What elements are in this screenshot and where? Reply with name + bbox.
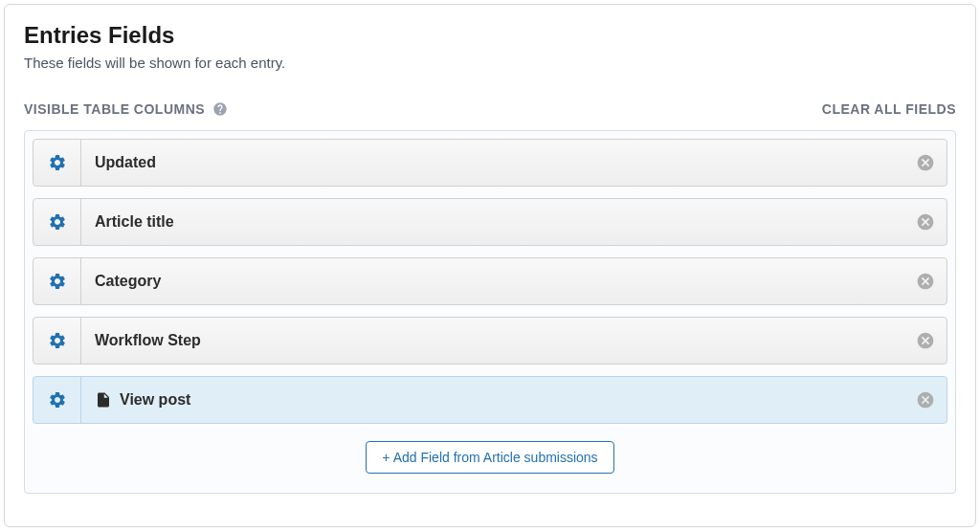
- field-row[interactable]: Article title: [33, 198, 947, 246]
- field-row[interactable]: Workflow Step: [33, 317, 947, 365]
- remove-field-button[interactable]: [904, 258, 947, 304]
- field-row[interactable]: View post: [33, 376, 947, 424]
- gear-icon: [48, 153, 67, 172]
- document-icon: [95, 391, 112, 409]
- close-icon: [916, 331, 935, 350]
- page-title: Entries Fields: [24, 22, 956, 49]
- field-label-cell: Article title: [81, 213, 904, 231]
- clear-all-button[interactable]: CLEAR ALL FIELDS: [822, 101, 956, 117]
- gear-icon: [48, 212, 67, 232]
- remove-field-button[interactable]: [904, 377, 947, 423]
- field-label-cell: Category: [81, 273, 904, 290]
- field-label: Article title: [95, 213, 174, 231]
- columns-header: VISIBLE TABLE COLUMNS CLEAR ALL FIELDS: [24, 101, 956, 117]
- add-field-button[interactable]: + Add Field from Article submissions: [366, 441, 613, 474]
- field-label: Updated: [95, 154, 156, 171]
- remove-field-button[interactable]: [904, 140, 947, 186]
- gear-icon: [48, 390, 67, 409]
- field-settings-button[interactable]: [33, 258, 81, 304]
- gear-icon: [48, 272, 67, 291]
- field-settings-button[interactable]: [33, 140, 81, 186]
- close-icon: [916, 212, 935, 232]
- field-label: View post: [120, 391, 190, 409]
- field-row[interactable]: Updated: [33, 139, 947, 187]
- field-label-cell: View post: [81, 391, 904, 409]
- help-icon[interactable]: [212, 101, 228, 117]
- field-row[interactable]: Category: [33, 257, 947, 305]
- close-icon: [916, 390, 935, 409]
- columns-header-left: VISIBLE TABLE COLUMNS: [24, 101, 228, 117]
- field-settings-button[interactable]: [33, 318, 81, 364]
- visible-columns-label: VISIBLE TABLE COLUMNS: [24, 101, 205, 117]
- close-icon: [916, 272, 935, 291]
- page-subtitle: These fields will be shown for each entr…: [24, 55, 956, 71]
- gear-icon: [48, 331, 67, 350]
- field-label: Category: [95, 273, 161, 290]
- remove-field-button[interactable]: [904, 199, 947, 245]
- field-settings-button[interactable]: [33, 377, 81, 423]
- add-field-wrapper: + Add Field from Article submissions: [33, 441, 947, 474]
- fields-container: Updated Article title: [24, 130, 956, 494]
- close-icon: [916, 153, 935, 172]
- entries-fields-panel: Entries Fields These fields will be show…: [4, 4, 976, 527]
- field-label-cell: Updated: [81, 154, 904, 171]
- field-label-cell: Workflow Step: [81, 332, 904, 349]
- field-settings-button[interactable]: [33, 199, 81, 245]
- field-label: Workflow Step: [95, 332, 201, 349]
- remove-field-button[interactable]: [904, 318, 947, 364]
